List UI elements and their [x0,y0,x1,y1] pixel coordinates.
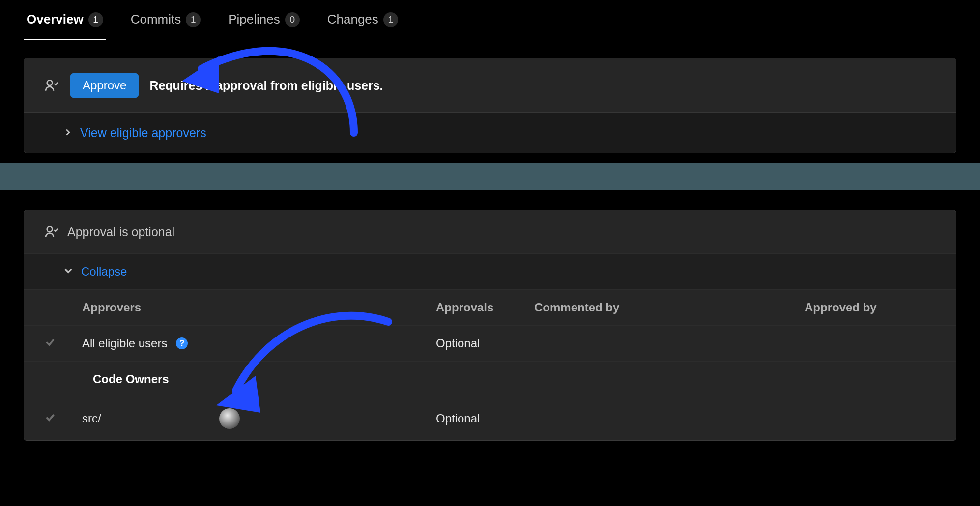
help-icon[interactable]: ? [176,337,188,349]
tab-badge: 1 [186,12,201,27]
tabs-bar: Overview 1 Commits 1 Pipelines 0 Changes… [0,0,980,44]
svg-point-0 [47,80,53,85]
view-eligible-row[interactable]: View eligible approvers [24,113,956,153]
check-icon [45,337,56,350]
table-row-src: src/ Optional [24,397,956,440]
tab-commits[interactable]: Commits 1 [128,12,204,40]
tab-label: Commits [131,12,181,27]
col-commented-by: Commented by [534,301,805,314]
approvers-table-header: Approvers Approvals Commented by Approve… [24,290,956,326]
approver-status-icon [44,224,59,240]
approve-button[interactable]: Approve [70,73,139,98]
col-approvers: Approvers [82,301,436,314]
approval-optional-header: Approval is optional [24,210,956,253]
chevron-down-icon [64,267,72,277]
svg-point-1 [47,226,53,232]
row-approvals: Optional [436,337,534,350]
tab-changes[interactable]: Changes 1 [324,12,401,40]
tab-badge: 0 [285,12,300,27]
check-icon [45,412,56,425]
row-label: src/ [82,412,101,425]
tab-overview[interactable]: Overview 1 [24,12,106,40]
row-label: All eligible users [82,337,167,350]
tab-badge: 1 [383,12,398,27]
avatar[interactable] [219,408,240,429]
collapse-link[interactable]: Collapse [81,265,127,279]
collapse-row[interactable]: Collapse [24,253,956,290]
approval-required-text: Requires 1 approval from eligible users. [149,79,383,93]
chevron-right-icon [64,128,71,138]
approval-required-panel: Approve Requires 1 approval from eligibl… [24,58,956,153]
section-label: Code Owners [93,372,447,386]
approval-optional-panel: Approval is optional Collapse Approvers … [24,210,956,441]
view-eligible-link[interactable]: View eligible approvers [80,126,206,140]
approver-status-icon [44,78,59,93]
approval-header: Approve Requires 1 approval from eligibl… [24,58,956,113]
tab-pipelines[interactable]: Pipelines 0 [225,12,303,40]
col-approvals: Approvals [436,301,534,314]
tab-label: Pipelines [228,12,280,27]
col-approved-by: Approved by [805,301,936,314]
row-approvals: Optional [436,412,534,425]
section-divider [0,163,980,190]
approval-optional-text: Approval is optional [67,225,174,239]
table-row-section-code-owners: Code Owners [24,362,956,397]
tab-badge: 1 [88,12,103,27]
table-row-all-eligible: All eligible users ? Optional [24,326,956,362]
tab-label: Changes [327,12,378,27]
tab-label: Overview [27,12,84,27]
